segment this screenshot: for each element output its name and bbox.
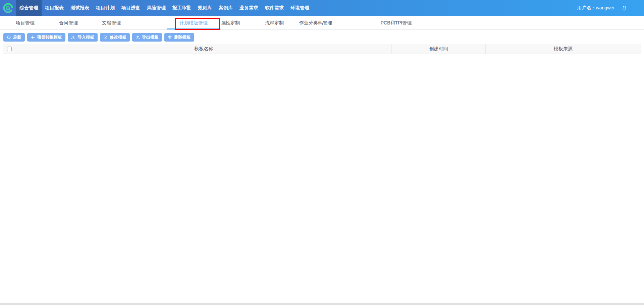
navbar-right: 用户名：wangwei [577,0,644,16]
refresh-icon [7,35,11,40]
app-page: 综合管理 项目报表 测试报表 项目计划 项目进度 风险管理 报工审批 规则库 案… [0,0,644,305]
delete-icon [168,35,172,40]
nav-item-project-reports[interactable]: 项目报表 [42,0,67,16]
table-body-empty [3,54,641,289]
import-template-button-label: 导入模板 [77,35,94,40]
tab-contract-management[interactable]: 合同管理 [59,16,78,29]
tab-wbs-code-management[interactable]: 作业分类码管理 [299,16,332,29]
swirl-logo-icon [2,2,14,14]
nav-item-rule-library[interactable]: 规则库 [195,0,215,16]
nav-item-software-requirements[interactable]: 软件需求 [262,0,287,16]
column-create-time: 创建时间 [392,44,486,54]
main-nav: 综合管理 项目报表 测试报表 项目计划 项目进度 风险管理 报工审批 规则库 案… [16,0,313,16]
import-icon [71,35,75,40]
tab-attribute-customization[interactable]: 属性定制 [221,16,240,29]
select-all-checkbox[interactable] [7,47,12,51]
app-logo [0,0,16,16]
tab-pcb-tpi-management[interactable]: PCB和TPI管理 [381,16,412,29]
modify-template-button[interactable]: 修改模板 [100,33,130,42]
export-template-button[interactable]: 导出模板 [132,33,162,42]
refresh-button[interactable]: 刷新 [3,33,25,42]
sub-tabbar: 项目管理 合同管理 文档管理 计划模版管理 属性定制 流程定制 作业分类码管理 … [0,16,644,29]
plus-icon [31,35,35,40]
active-tab-underline [167,28,220,29]
nav-item-business-requirements[interactable]: 业务需求 [236,0,262,16]
column-template-source: 模板来源 [486,44,641,54]
export-template-button-label: 导出模板 [142,35,159,40]
username-label: 用户名：wangwei [577,5,614,11]
nav-item-work-report-approval[interactable]: 报工审批 [169,0,195,16]
horizontal-scrollbar[interactable] [0,303,644,305]
nav-item-environment-management[interactable]: 环境管理 [287,0,313,16]
tab-project-management[interactable]: 项目管理 [16,16,35,29]
project-to-template-button-label: 项目转换模板 [37,35,62,40]
edit-icon [103,35,108,40]
tab-document-management[interactable]: 文档管理 [102,16,121,29]
nav-item-project-plan[interactable]: 项目计划 [93,0,118,16]
template-table-header: 模板名称 创建时间 模板来源 [3,44,641,54]
nav-item-risk-management[interactable]: 风险管理 [144,0,169,16]
column-template-name: 模板名称 [16,44,392,54]
nav-item-project-progress[interactable]: 项目进度 [118,0,144,16]
refresh-button-label: 刷新 [13,35,21,40]
notification-bell-icon[interactable] [622,5,627,11]
delete-template-button[interactable]: 删除模板 [164,33,194,42]
top-navbar: 综合管理 项目报表 测试报表 项目计划 项目进度 风险管理 报工审批 规则库 案… [0,0,644,16]
select-all-cell [3,44,16,54]
tab-plan-template-management[interactable]: 计划模版管理 [179,16,208,29]
delete-template-button-label: 删除模板 [174,35,191,40]
project-to-template-button[interactable]: 项目转换模板 [27,33,65,42]
nav-item-comprehensive-management[interactable]: 综合管理 [16,0,42,16]
nav-item-case-library[interactable]: 案例库 [215,0,236,16]
nav-item-test-reports[interactable]: 测试报表 [67,0,93,16]
tab-process-customization[interactable]: 流程定制 [265,16,284,29]
template-toolbar: 刷新 项目转换模板 导入模板 修改模板 [3,33,194,42]
import-template-button[interactable]: 导入模板 [68,33,98,42]
export-icon [136,35,140,40]
modify-template-button-label: 修改模板 [110,35,126,40]
